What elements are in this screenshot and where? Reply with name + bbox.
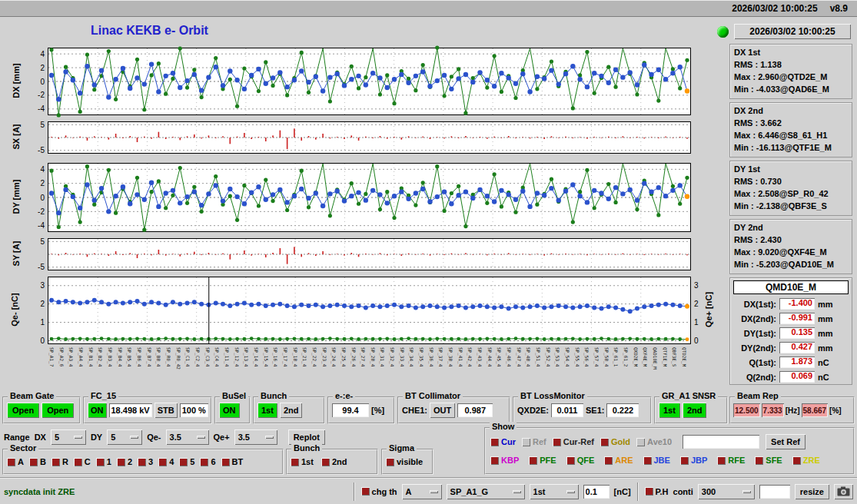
gr-snsr-2nd-button[interactable]: 2nd	[683, 403, 707, 418]
sector-checkbox-bt[interactable]: BT	[221, 457, 244, 466]
show-ref-checkbox[interactable]: Ref	[522, 437, 546, 446]
sigma-visible-checkbox[interactable]: visible	[386, 457, 423, 466]
range-row: Range DX 5 DY 5 Qe- 3.5 Qe+ 3.5 Replot	[4, 429, 325, 446]
svg-text:1: 1	[40, 318, 45, 327]
range-qem-dropdown[interactable]: 3.5	[166, 429, 209, 445]
sector-checkbox-r[interactable]: R	[51, 457, 68, 466]
che1-out-button[interactable]: OUT	[430, 403, 455, 418]
bunch-2nd-checkbox[interactable]: 2nd	[321, 457, 347, 466]
stat-min: Min : -2.138@QBF3E_S	[734, 200, 848, 212]
stat-title: DX 1st	[734, 46, 848, 58]
stat-max: Max : 6.446@S8_61_H1	[734, 129, 848, 141]
busel-on-button[interactable]: ON	[219, 403, 240, 418]
qmd-row-unit: nC	[818, 373, 829, 382]
range-dx-dropdown[interactable]: 5	[51, 429, 86, 445]
checkbox-label: Ref	[533, 437, 546, 446]
beam-rep-hz-unit: [Hz]	[786, 406, 800, 415]
resize-button[interactable]: resize	[795, 484, 829, 499]
show-are-checkbox[interactable]: ARE	[604, 456, 633, 465]
range-dy-dropdown[interactable]: 5	[107, 429, 142, 445]
sector-checkbox-b[interactable]: B	[29, 457, 46, 466]
sector-checkbox-5[interactable]: 5	[179, 457, 194, 466]
show-cur-checkbox[interactable]: Cur	[490, 437, 516, 446]
beam-rep-group: Beam Rep 12.500 7.333 [Hz] 58.667 [%]	[729, 396, 855, 424]
gr-snsr-label: GR_A1 SNSR	[659, 391, 718, 400]
bunch-2nd-button[interactable]: 2nd	[280, 403, 303, 418]
svg-text:4: 4	[40, 165, 45, 174]
sector-checkbox-4[interactable]: 4	[158, 457, 174, 466]
checkbox-label: BT	[232, 457, 244, 466]
fc15-stb-button[interactable]: STB	[154, 403, 178, 418]
x-axis-labels: SP_A1_7SP_A2_6SP_A3_4SP_A4_4SP_B1_4SP_B2…	[48, 346, 689, 394]
dy-plot: 420-2-4	[48, 163, 691, 232]
replot-button[interactable]: Replot	[288, 429, 325, 445]
titlebar: 2026/03/02 10:00:25 v8.9	[0, 0, 857, 17]
set-ref-input[interactable]	[683, 435, 759, 449]
threshold-input[interactable]	[583, 485, 610, 499]
checkbox-label: A	[18, 457, 24, 466]
sector-checkbox-c[interactable]: C	[74, 457, 91, 466]
fc15-pct-value: 100 %	[180, 403, 208, 417]
page-title: Linac KEKB e- Orbit	[91, 24, 208, 38]
dy-axis-label: DY [mm]	[12, 166, 21, 227]
range-dy-label: DY	[91, 433, 102, 442]
svg-text:-4: -4	[38, 104, 45, 113]
checkbox-label: SFE	[766, 456, 782, 465]
show-jbp-checkbox[interactable]: JBP	[680, 456, 707, 465]
show-cur-ref-checkbox[interactable]: Cur-Ref	[553, 437, 594, 446]
titlebar-datetime: 2026/03/02 10:00:25	[732, 3, 817, 14]
stat-box-dy-1st: DY 1st RMS : 0.730 Max : 2.508@SP_R0_42 …	[729, 161, 852, 216]
show-jbe-checkbox[interactable]: JBE	[643, 456, 670, 465]
checkbox-indicator	[221, 458, 230, 466]
show-gold-checkbox[interactable]: Gold	[600, 437, 630, 446]
chg-th-checkbox[interactable]: chg th	[361, 487, 397, 496]
stat-title: DY 1st	[734, 163, 848, 175]
dropdown-dash-icon	[513, 490, 521, 493]
range-qep-label: Qe+	[214, 433, 230, 442]
bt-collimator-group: BT Collimator CHE1: OUT 0.987	[397, 396, 510, 424]
show-zre-checkbox[interactable]: ZRE	[792, 456, 820, 465]
svg-text:2: 2	[694, 300, 699, 308]
range-qep-dropdown[interactable]: 3.5	[234, 429, 277, 445]
qmd-row-unit: mm	[818, 314, 833, 323]
stat-box-dx-2nd: DX 2nd RMS : 3.662 Max : 6.446@S8_61_H1 …	[729, 102, 852, 158]
fc15-on-button[interactable]: ON	[88, 403, 107, 418]
show-kbp-checkbox[interactable]: KBP	[490, 456, 519, 465]
show-sfe-checkbox[interactable]: SFE	[755, 456, 782, 465]
show-group-label: Show	[490, 422, 517, 431]
show-qfe-checkbox[interactable]: QFE	[566, 456, 595, 465]
ph-checkbox[interactable]: P.H	[645, 487, 669, 496]
busel-group: BuSel ON	[214, 396, 251, 424]
interval-value: 300	[702, 487, 716, 496]
bunch-1st-button[interactable]: 1st	[257, 403, 277, 418]
qmd-row-value: 0.427	[779, 342, 815, 353]
checkbox-label: 1	[107, 457, 111, 466]
sector-a-dropdown[interactable]: A	[402, 484, 442, 499]
sector-checkbox-6[interactable]: 6	[200, 457, 215, 466]
set-ref-button[interactable]: Set Ref	[766, 434, 806, 449]
bunch-1st-checkbox[interactable]: 1st	[291, 457, 314, 466]
show-rfe-checkbox[interactable]: RFE	[717, 456, 745, 465]
snapshot-button[interactable]	[834, 484, 853, 499]
sector-checkbox-1[interactable]: 1	[96, 457, 111, 466]
dropdown-dash-icon	[742, 490, 751, 493]
sp-a1-g-dropdown[interactable]: SP_A1_G	[447, 484, 525, 499]
sector-checkbox-3[interactable]: 3	[138, 457, 153, 466]
qmd-row-value: 1.873	[779, 356, 815, 368]
checkbox-label: Cur-Ref	[563, 437, 594, 446]
sector-checkbox-2[interactable]: 2	[117, 457, 132, 466]
q-plot-canvas: 33221100	[48, 277, 690, 343]
range-dy-value: 5	[111, 433, 115, 442]
bunch-1st-dropdown[interactable]: 1st	[530, 484, 579, 499]
sector-checkbox-a[interactable]: A	[7, 457, 24, 466]
checkbox-indicator	[386, 458, 394, 466]
show-ave10-checkbox[interactable]: Ave10	[636, 437, 672, 446]
beam-gate-open2-button[interactable]: Open	[42, 403, 74, 418]
extra-input[interactable]	[759, 485, 790, 499]
checkbox-indicator	[522, 438, 530, 446]
gr-snsr-1st-button[interactable]: 1st	[659, 403, 680, 418]
interval-dropdown[interactable]: 300	[698, 484, 755, 499]
beam-gate-open1-button[interactable]: Open	[7, 403, 39, 418]
linac-orbit-app: 2026/03/02 10:00:25 v8.9 Linac KEKB e- O…	[0, 0, 857, 504]
show-pfe-checkbox[interactable]: PFE	[529, 456, 556, 465]
